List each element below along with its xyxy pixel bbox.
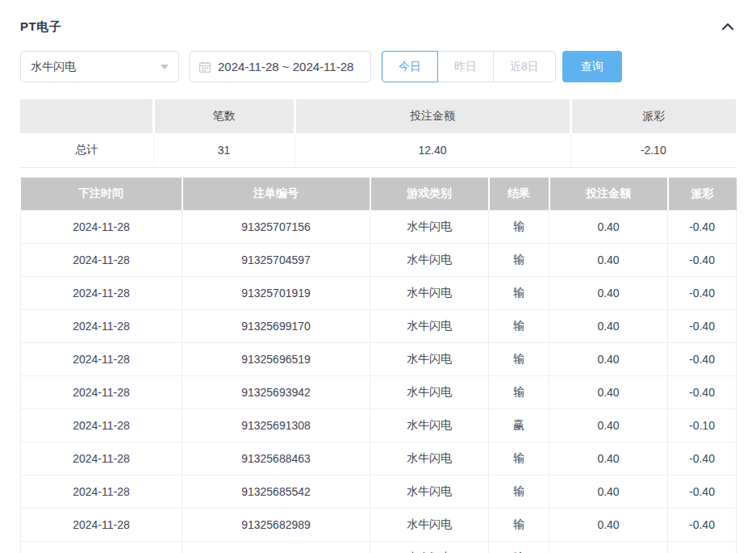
table-cell: 2024-11-28	[21, 475, 182, 509]
table-cell: 输	[489, 244, 549, 277]
table-cell: -0.40	[668, 343, 737, 376]
table-cell: 2024-11-28	[21, 343, 182, 376]
quick-button-last-8-days[interactable]: 近8日	[493, 51, 556, 82]
collapse-panel-button[interactable]	[720, 18, 736, 36]
table-cell: 水牛闪电	[370, 211, 489, 244]
table-cell: -0.10	[668, 409, 737, 442]
table-cell: 输	[489, 310, 549, 343]
table-cell: 0.40	[549, 376, 668, 409]
table-cell: 赢	[489, 409, 549, 442]
table-cell: -0.40	[668, 376, 737, 409]
table-row: 2024-11-2891325699170水牛闪电输0.40-0.40	[21, 310, 737, 343]
table-cell: 0.40	[549, 542, 668, 553]
table-cell: 2024-11-28	[21, 442, 182, 475]
table-cell: 2024-11-28	[21, 277, 182, 310]
bet-col-header: 下注时间	[21, 178, 182, 211]
table-row: 2024-11-2891325680222水牛闪电输0.40-0.40	[21, 542, 737, 553]
table-cell: 0.40	[549, 509, 668, 542]
table-cell: 91325688463	[182, 442, 370, 475]
summary-amount-value: 12.40	[294, 133, 570, 168]
table-row: 2024-11-2891325704597水牛闪电输0.40-0.40	[21, 244, 737, 277]
summary-count-value: 31	[153, 133, 294, 168]
quick-button-yesterday[interactable]: 昨日	[437, 51, 494, 82]
date-range-value: 2024-11-28 ~ 2024-11-28	[218, 60, 353, 73]
table-cell: 91325682989	[182, 509, 370, 542]
table-cell: 2024-11-28	[21, 310, 182, 343]
table-cell: 水牛闪电	[370, 442, 489, 475]
game-select-value: 水牛闪电	[31, 60, 76, 74]
bet-col-header: 投注金额	[549, 178, 668, 211]
table-cell: 2024-11-28	[21, 376, 182, 409]
table-row: 2024-11-2891325693942水牛闪电输0.40-0.40	[21, 376, 737, 409]
bet-col-header: 派彩	[668, 178, 737, 211]
table-cell: 输	[489, 376, 549, 409]
quick-button-today[interactable]: 今日	[382, 51, 438, 82]
table-cell: 0.40	[549, 442, 668, 475]
table-cell: -0.40	[668, 542, 737, 553]
table-cell: 输	[489, 442, 549, 475]
bet-col-header: 游戏类别	[370, 178, 489, 211]
table-cell: 91325699170	[182, 310, 370, 343]
table-cell: 91325691308	[182, 409, 370, 442]
table-cell: 输	[489, 475, 549, 509]
table-row: 2024-11-2891325685542水牛闪电输0.40-0.40	[21, 475, 737, 509]
table-cell: 水牛闪电	[370, 542, 489, 553]
summary-total-label: 总计	[20, 133, 153, 168]
table-cell: -0.40	[668, 509, 737, 542]
table-cell: -0.40	[668, 310, 737, 343]
table-cell: -0.40	[668, 211, 737, 244]
bet-col-header: 结果	[489, 178, 549, 211]
table-cell: 水牛闪电	[370, 343, 489, 376]
table-cell: 水牛闪电	[370, 475, 489, 509]
bet-table-header-row: 下注时间注单编号游戏类别结果投注金额派彩	[21, 178, 737, 211]
table-cell: 0.40	[549, 343, 668, 376]
table-cell: 91325696519	[182, 343, 370, 376]
table-cell: 2024-11-28	[21, 509, 182, 542]
summary-col-header	[20, 99, 153, 133]
table-cell: -0.40	[668, 442, 737, 475]
table-cell: 0.40	[549, 409, 668, 442]
summary-col-header: 投注金额	[294, 99, 570, 133]
calendar-icon	[198, 61, 211, 73]
filter-bar: 水牛闪电 2024-11-28 ~ 2024-11-28 今日昨日近8	[20, 51, 736, 82]
summary-header-row: 笔数投注金额派彩	[20, 99, 736, 133]
table-cell: 91325693942	[182, 376, 370, 409]
table-cell: 0.40	[549, 475, 668, 509]
table-cell: 0.40	[549, 211, 668, 244]
table-cell: 0.40	[549, 244, 668, 277]
bet-col-header: 注单编号	[182, 178, 370, 211]
summary-total-row: 总计 31 12.40 -2.10	[20, 133, 736, 168]
table-cell: 输	[489, 343, 549, 376]
pt-games-panel: PT电子 水牛闪电	[0, 0, 756, 553]
table-cell: 输	[489, 277, 549, 310]
table-cell: 2024-11-28	[21, 211, 182, 244]
table-cell: 水牛闪电	[370, 310, 489, 343]
table-cell: 2024-11-28	[21, 409, 182, 442]
game-select[interactable]: 水牛闪电	[20, 51, 179, 82]
table-cell: -0.40	[668, 244, 737, 277]
table-cell: 91325704597	[182, 244, 370, 277]
table-cell: 2024-11-28	[21, 542, 182, 553]
table-cell: 水牛闪电	[370, 509, 489, 542]
table-cell: 水牛闪电	[370, 409, 489, 442]
summary-table: 笔数投注金额派彩 总计 31 12.40 -2.10	[20, 99, 736, 168]
bet-table: 下注时间注单编号游戏类别结果投注金额派彩 2024-11-28913257071…	[20, 178, 737, 553]
date-range-input[interactable]: 2024-11-28 ~ 2024-11-28	[190, 51, 371, 82]
page-title: PT电子	[20, 19, 61, 35]
table-cell: -0.40	[668, 277, 737, 310]
table-cell: 91325701919	[182, 277, 370, 310]
table-cell: 输	[489, 211, 549, 244]
query-button[interactable]: 查询	[562, 51, 622, 82]
table-cell: 91325680222	[182, 542, 370, 553]
chevron-up-icon	[721, 19, 734, 34]
panel-header: PT电子	[20, 18, 736, 36]
table-cell: 0.40	[549, 310, 668, 343]
table-row: 2024-11-2891325688463水牛闪电输0.40-0.40	[21, 442, 737, 475]
table-row: 2024-11-2891325707156水牛闪电输0.40-0.40	[21, 211, 737, 244]
table-cell: 91325707156	[182, 211, 370, 244]
table-cell: 输	[489, 509, 549, 542]
summary-payout-value: -2.10	[570, 133, 736, 168]
bet-table-body: 2024-11-2891325707156水牛闪电输0.40-0.402024-…	[21, 211, 737, 553]
summary-col-header: 派彩	[570, 99, 736, 133]
summary-col-header: 笔数	[153, 99, 294, 133]
